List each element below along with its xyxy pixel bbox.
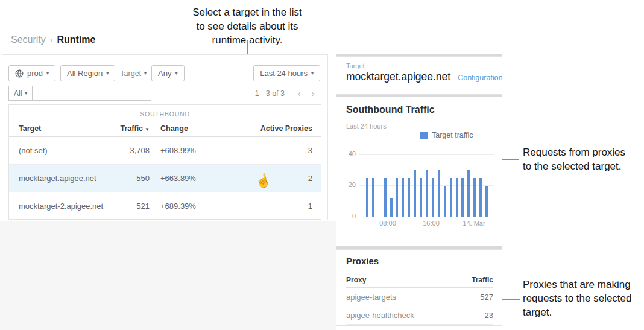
proxy-traffic: 527 xyxy=(480,293,493,302)
cell-traffic: 550 xyxy=(118,174,150,183)
column-header-target[interactable]: Target xyxy=(9,124,118,133)
column-header-traffic[interactable]: Traffic xyxy=(472,276,493,284)
chevron-down-icon: ▾ xyxy=(25,91,27,96)
table-group-header: SOUTHBOUND xyxy=(9,105,321,120)
time-range-dropdown[interactable]: Last 24 hours ▾ xyxy=(253,65,320,81)
cell-change: +663.89% xyxy=(150,174,207,183)
proxy-name: apigee-targets xyxy=(346,293,396,302)
proxies-header-row: Proxy Traffic xyxy=(346,273,493,288)
pagination-next-button[interactable]: › xyxy=(306,87,320,100)
environment-label: prod xyxy=(27,69,43,78)
search-scope-dropdown[interactable]: All ▾ xyxy=(8,86,33,101)
targets-table: SOUTHBOUND Target Traffic▼ Change Active… xyxy=(8,104,321,220)
annotation-connector-line-chart xyxy=(502,159,519,160)
y-tick-label: 20 xyxy=(341,181,356,188)
target-detail-panel: Target mocktarget.apigee.net Configurati… xyxy=(336,54,502,326)
axis-baseline xyxy=(359,217,494,217)
breadcrumb-section[interactable]: Security xyxy=(11,34,46,45)
x-tick-label: 16:00 xyxy=(416,220,446,227)
page-title: Runtime xyxy=(57,34,95,45)
column-header-change[interactable]: Change xyxy=(150,124,207,133)
proxy-row[interactable]: apigee-targets 527 xyxy=(346,288,493,306)
proxy-row[interactable]: apigee-healthcheck 23 xyxy=(346,306,493,325)
dimension-dropdown[interactable]: Target ▾ xyxy=(120,69,147,78)
bar-chart: 40 20 0 08:00 16:00 14. Mar xyxy=(336,148,503,227)
dimension-label: Target xyxy=(120,69,141,78)
pagination-prev-button[interactable]: ‹ xyxy=(292,87,306,100)
chevron-down-icon: ▾ xyxy=(106,71,109,76)
column-header-proxy[interactable]: Proxy xyxy=(346,276,366,284)
globe-icon xyxy=(15,69,24,78)
filter-bar: prod ▾ All Region ▾ Target ▾ Any ▾ xyxy=(8,65,185,81)
column-header-active-proxies[interactable]: Active Proxies xyxy=(207,124,321,133)
x-tick-label: 14. Mar xyxy=(457,220,491,227)
table-row[interactable]: mocktarget.apigee.net 550 +663.89% 2 xyxy=(9,165,321,192)
legend-label: Target traffic xyxy=(432,131,473,139)
selected-target-name: mocktarget.apigee.net xyxy=(346,71,450,83)
breadcrumb-separator-icon: › xyxy=(50,35,53,45)
runtime-list-panel: prod ▾ All Region ▾ Target ▾ Any ▾ Last … xyxy=(2,54,328,220)
chart-legend: Target traffic xyxy=(420,131,473,139)
proxies-card: Proxies Proxy Traffic apigee-targets 527… xyxy=(336,249,502,326)
cell-traffic: 521 xyxy=(118,201,150,211)
table-header-row: Target Traffic▼ Change Active Proxies xyxy=(9,120,321,137)
cell-change: +608.99% xyxy=(150,146,207,155)
region-dropdown[interactable]: All Region ▾ xyxy=(60,65,115,81)
table-row[interactable]: mocktarget-2.apigee.net 521 +689.39% 1 xyxy=(9,192,321,220)
column-header-traffic[interactable]: Traffic▼ xyxy=(118,124,150,133)
cell-target: (not set) xyxy=(9,146,118,155)
search-bar: All ▾ xyxy=(8,86,151,101)
y-tick-label: 0 xyxy=(341,212,356,220)
southbound-traffic-card: Southbound Traffic Last 24 hours Target … xyxy=(336,97,502,246)
target-field-label: Target xyxy=(346,62,492,69)
proxy-traffic: 23 xyxy=(485,311,493,320)
chart-subtitle: Last 24 hours xyxy=(346,122,387,130)
pagination: 1 - 3 of 3 ‹ › xyxy=(255,87,320,100)
sort-desc-icon: ▼ xyxy=(145,127,150,132)
chevron-down-icon: ▾ xyxy=(311,71,314,76)
cell-active-proxies: 1 xyxy=(207,201,321,211)
y-tick-label: 40 xyxy=(341,150,356,157)
annotation-proxies-note: Proxies that are making requests to the … xyxy=(523,278,632,319)
annotation-connector-line-proxies xyxy=(502,299,520,300)
pagination-range: 1 - 3 of 3 xyxy=(255,89,285,98)
chevron-down-icon: ▾ xyxy=(46,71,49,76)
bar-chart-bars xyxy=(364,154,490,217)
operator-label: Any xyxy=(158,69,171,78)
cell-change: +689.39% xyxy=(150,201,207,211)
chevron-down-icon: ▾ xyxy=(175,71,178,76)
cell-target: mocktarget.apigee.net xyxy=(9,174,118,183)
table-row[interactable]: (not set) 3,708 +608.99% 3 xyxy=(9,137,321,165)
search-input[interactable] xyxy=(32,86,151,101)
chevron-down-icon: ▾ xyxy=(144,71,147,76)
chart-title: Southbound Traffic xyxy=(346,104,435,115)
environment-dropdown[interactable]: prod ▾ xyxy=(8,65,55,81)
breadcrumb: Security›Runtime xyxy=(11,34,95,45)
legend-swatch-icon xyxy=(420,132,428,139)
proxy-name: apigee-healthcheck xyxy=(346,311,414,320)
annotation-chart-note: Requests from proxies to the selected ta… xyxy=(523,145,625,173)
cell-traffic: 3,708 xyxy=(118,146,150,155)
cell-active-proxies: 3 xyxy=(207,146,321,155)
region-label: All Region xyxy=(67,69,103,78)
target-header-card: Target mocktarget.apigee.net Configurati… xyxy=(336,56,502,95)
operator-dropdown[interactable]: Any ▾ xyxy=(151,65,184,81)
page-background-lower xyxy=(0,221,336,330)
x-tick-label: 08:00 xyxy=(373,220,403,227)
time-range-label: Last 24 hours xyxy=(260,69,308,78)
proxies-title: Proxies xyxy=(346,256,379,266)
configuration-link[interactable]: Configuration xyxy=(458,74,502,82)
search-scope-label: All xyxy=(14,89,22,98)
cell-target: mocktarget-2.apigee.net xyxy=(9,201,118,211)
